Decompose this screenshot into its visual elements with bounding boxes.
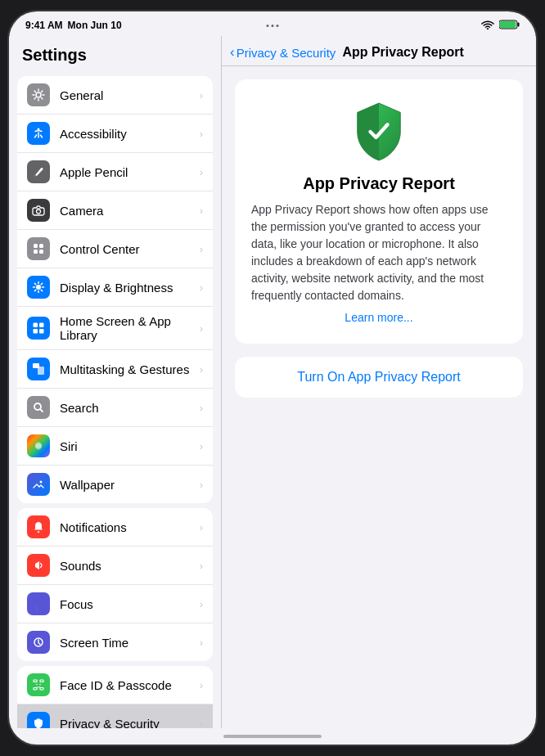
sidebar-item-siri[interactable]: Siri ›	[17, 427, 213, 466]
focus-chevron: ›	[200, 598, 203, 610]
sidebar-item-multitasking[interactable]: Multitasking & Gestures ›	[17, 350, 213, 389]
sidebar-item-privacy-security[interactable]: Privacy & Security ›	[17, 704, 213, 728]
screen-time-icon	[27, 631, 50, 654]
accessibility-chevron: ›	[200, 128, 203, 140]
focus-label: Focus	[60, 597, 200, 611]
privacy-shield-icon	[350, 99, 408, 164]
control-center-icon	[27, 237, 50, 260]
sidebar-item-control-center[interactable]: Control Center ›	[17, 230, 213, 268]
privacy-security-chevron: ›	[200, 718, 203, 729]
svg-rect-24	[40, 680, 43, 682]
search-chevron: ›	[200, 402, 203, 414]
control-center-label: Control Center	[60, 242, 200, 256]
svg-rect-2	[518, 22, 520, 26]
camera-icon	[27, 199, 50, 222]
general-chevron: ›	[200, 89, 203, 101]
sidebar-item-display-brightness[interactable]: Display & Brightness ›	[17, 268, 213, 307]
control-center-chevron: ›	[200, 243, 203, 255]
display-brightness-label: Display & Brightness	[60, 281, 200, 295]
sidebar-item-general[interactable]: General ›	[17, 76, 213, 115]
multitasking-icon	[27, 358, 50, 380]
nav-back-button[interactable]: ‹ Privacy & Security	[230, 44, 336, 61]
svg-point-4	[36, 92, 41, 97]
sidebar-item-accessibility[interactable]: Accessibility ›	[17, 115, 213, 153]
shield-icon-wrapper	[251, 99, 507, 164]
sounds-icon	[27, 554, 50, 577]
home-bar	[223, 735, 322, 738]
svg-rect-26	[40, 688, 43, 691]
accessibility-icon	[27, 122, 50, 145]
status-time: 9:41 AM	[25, 20, 63, 31]
home-indicator	[9, 728, 536, 745]
multitasking-chevron: ›	[200, 363, 203, 376]
svg-point-21	[40, 481, 43, 484]
svg-rect-10	[34, 250, 38, 254]
accessibility-label: Accessibility	[60, 127, 200, 141]
wallpaper-label: Wallpaper	[60, 478, 200, 492]
home-screen-chevron: ›	[200, 322, 203, 335]
learn-more-link[interactable]: Learn more...	[251, 311, 507, 324]
display-brightness-icon	[27, 276, 50, 299]
siri-icon	[27, 434, 50, 457]
svg-rect-14	[39, 323, 44, 328]
general-icon	[27, 83, 50, 106]
card-title: App Privacy Report	[251, 174, 507, 193]
status-dot-2	[272, 25, 274, 27]
status-dot-3	[277, 25, 279, 27]
svg-rect-23	[34, 680, 37, 682]
sidebar-item-screen-time[interactable]: Screen Time ›	[17, 623, 213, 661]
svg-rect-9	[39, 244, 43, 248]
svg-rect-13	[34, 323, 38, 328]
turn-on-button[interactable]: Turn On App Privacy Report	[235, 357, 523, 398]
face-id-chevron: ›	[200, 679, 203, 691]
sidebar-item-search[interactable]: Search ›	[17, 389, 213, 427]
search-label: Search	[60, 401, 200, 415]
sidebar-item-focus[interactable]: Focus ›	[17, 585, 213, 623]
wallpaper-icon	[27, 473, 50, 496]
svg-point-0	[487, 28, 489, 29]
search-icon	[27, 396, 50, 419]
sidebar-group-1: General › Accessibility › Apple Pencil ›	[17, 76, 213, 503]
sidebar-item-home-screen[interactable]: Home Screen & App Library ›	[17, 307, 213, 350]
sidebar-item-camera[interactable]: Camera ›	[17, 191, 213, 230]
sidebar-item-notifications[interactable]: Notifications ›	[17, 508, 213, 547]
sidebar-item-sounds[interactable]: Sounds ›	[17, 547, 213, 585]
svg-rect-11	[39, 250, 43, 254]
wifi-icon	[481, 20, 494, 32]
apple-pencil-label: Apple Pencil	[60, 165, 200, 179]
sidebar: Settings General › Accessibility ›	[9, 36, 222, 728]
face-id-label: Face ID & Passcode	[60, 678, 200, 692]
ipad-frame: 9:41 AM Mon Jun 10	[7, 10, 538, 746]
multitasking-label: Multitasking & Gestures	[60, 362, 200, 376]
focus-icon	[27, 592, 50, 615]
sidebar-item-face-id[interactable]: Face ID & Passcode ›	[17, 666, 213, 704]
svg-rect-3	[500, 21, 516, 28]
sidebar-title: Settings	[9, 36, 221, 71]
nav-title: App Privacy Report	[342, 45, 463, 60]
sidebar-group-2: Notifications › Sounds › Focus ›	[17, 508, 213, 661]
sidebar-group-3: Face ID & Passcode › Privacy & Security …	[17, 666, 213, 728]
privacy-report-card: App Privacy Report App Privacy Report sh…	[235, 79, 523, 344]
svg-rect-18	[38, 367, 44, 375]
siri-chevron: ›	[200, 440, 203, 452]
right-panel: ‹ Privacy & Security App Privacy Report	[222, 36, 536, 728]
svg-rect-16	[39, 329, 44, 334]
svg-point-28	[39, 684, 41, 686]
notifications-icon	[27, 515, 50, 538]
svg-point-12	[36, 285, 41, 290]
svg-point-7	[37, 209, 41, 214]
notifications-chevron: ›	[200, 521, 203, 533]
card-description: App Privacy Report shows how often apps …	[251, 201, 507, 304]
sounds-chevron: ›	[200, 560, 203, 572]
status-bar: 9:41 AM Mon Jun 10	[9, 11, 536, 36]
privacy-security-label: Privacy & Security	[60, 717, 200, 729]
status-date: Mon Jun 10	[68, 20, 122, 31]
face-id-icon	[27, 673, 50, 696]
sidebar-item-apple-pencil[interactable]: Apple Pencil ›	[17, 153, 213, 191]
wallpaper-chevron: ›	[200, 479, 203, 491]
notifications-label: Notifications	[60, 520, 200, 534]
main-content: Settings General › Accessibility ›	[9, 36, 536, 728]
sidebar-item-wallpaper[interactable]: Wallpaper ›	[17, 466, 213, 503]
camera-label: Camera	[60, 204, 200, 218]
svg-rect-8	[34, 244, 38, 248]
